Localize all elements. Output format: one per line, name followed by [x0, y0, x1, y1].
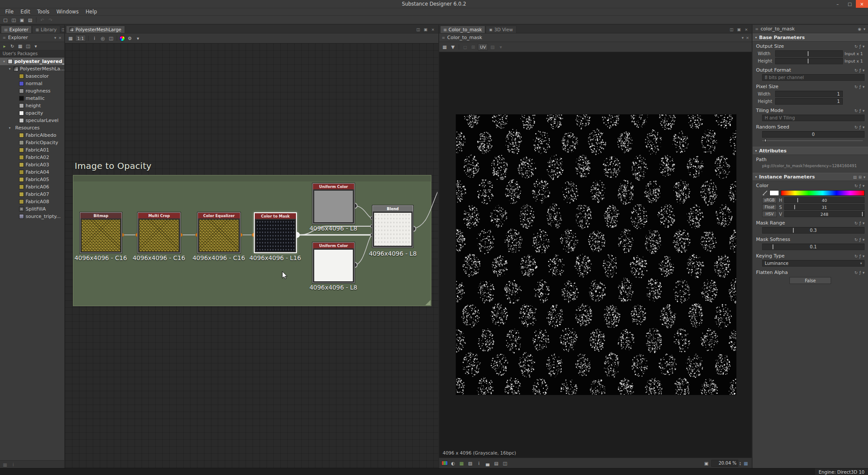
tree-item-fabrica05[interactable]: FabricA05	[0, 176, 64, 183]
tree-item-height[interactable]: height	[0, 102, 64, 109]
menu-file[interactable]: File	[2, 8, 17, 15]
menu-windows[interactable]: Windows	[53, 8, 82, 15]
dropdown-icon[interactable]: ▾	[497, 43, 504, 50]
menu-icon[interactable]: ▾	[742, 36, 744, 40]
info-icon[interactable]: i	[10, 461, 17, 468]
hue-gradient-bar[interactable]	[781, 190, 865, 196]
close-icon[interactable]: ×	[58, 36, 62, 40]
output-width-field[interactable]	[775, 50, 843, 57]
menu-help[interactable]: Help	[82, 8, 100, 15]
graph-node-color-equalizer[interactable]: Color Equalizer	[197, 212, 240, 253]
graph-node-uniform-color-2[interactable]: Uniform Color	[312, 242, 355, 283]
filter-icon[interactable]: ▦	[16, 43, 24, 49]
color-mode-hsv[interactable]: HSV	[762, 211, 777, 217]
function-icon[interactable]: ƒ	[859, 184, 861, 188]
menu-tools[interactable]: Tools	[34, 8, 53, 15]
compare-icon[interactable]: ◫	[501, 460, 509, 467]
histogram-icon[interactable]: ▄	[484, 460, 491, 467]
reset-icon[interactable]: ↻	[855, 238, 858, 242]
expand-arrow-icon[interactable]: ▾	[2, 59, 6, 63]
tree-item-resources[interactable]: ▾Resources	[0, 124, 64, 132]
settings-icon[interactable]: ⚙	[126, 35, 133, 42]
tiling-icon[interactable]: ⊞	[470, 43, 477, 50]
tree-item-fabrica02[interactable]: FabricA02	[0, 154, 64, 161]
output-format-field[interactable]: 8 bits per channel	[762, 74, 865, 81]
tree-item-basecolor[interactable]: basecolor	[0, 73, 64, 80]
color-wheel-icon[interactable]	[119, 36, 125, 41]
mask-softness-field[interactable]: 0.1	[762, 244, 865, 250]
spin-down-icon[interactable]: ▾	[740, 463, 741, 465]
view2d-canvas[interactable]: 4096 x 4096 (Grayscale, 16bpc)	[439, 52, 752, 458]
pixel-grid-icon[interactable]: ▦	[742, 460, 750, 467]
info-icon[interactable]: i	[475, 460, 483, 467]
grid-icon[interactable]: ▦	[458, 460, 465, 467]
reset-icon[interactable]: ↻	[855, 85, 858, 89]
presets-icon[interactable]: ▤	[853, 175, 857, 179]
pixel-width-field[interactable]: 1	[775, 91, 843, 97]
menu-icon[interactable]: ▾	[862, 184, 865, 188]
grid-icon[interactable]: ▦	[441, 43, 448, 50]
menu-icon[interactable]: ▾	[863, 175, 865, 179]
pin-icon[interactable]: ◉	[858, 27, 861, 31]
tree-item-fabrica06[interactable]: FabricA06	[0, 183, 64, 191]
menu-icon[interactable]: ▾	[862, 85, 865, 89]
save-icon[interactable]: ▣	[18, 16, 26, 23]
detach-icon[interactable]: ◫	[61, 27, 65, 32]
tree-item-polyestermeshla[interactable]: ▾PolyesterMeshLa...	[0, 65, 64, 73]
function-icon[interactable]: ƒ	[859, 238, 861, 242]
reset-icon[interactable]: ↻	[855, 125, 858, 129]
function-icon[interactable]: ƒ	[859, 125, 861, 129]
grayscale-icon[interactable]: ◐	[449, 460, 457, 467]
save-all-icon[interactable]: ▤	[26, 16, 34, 23]
new-package-icon[interactable]: □	[2, 16, 9, 23]
channels-icon[interactable]	[441, 461, 448, 465]
reset-icon[interactable]: ↻	[855, 184, 858, 188]
function-icon[interactable]: ƒ	[859, 270, 861, 275]
tiling-mode-field[interactable]: H and V Tiling	[762, 115, 865, 121]
menu-icon[interactable]: ▾	[862, 68, 865, 73]
tree-item-splitfilla[interactable]: SplitFillA	[0, 205, 64, 213]
eyedropper-icon[interactable]	[762, 190, 768, 196]
pixel-height-field[interactable]: 1	[775, 98, 843, 105]
reset-icon[interactable]: ↻	[855, 221, 858, 225]
graph-tab-polyestermeshlarge[interactable]: PolyesterMeshLarge	[66, 26, 125, 33]
tree-item-metallic[interactable]: metallic	[0, 95, 64, 102]
tree-item-polyester-layered[interactable]: ▾polyester_layered_...	[0, 58, 64, 65]
tree-item-fabrica08[interactable]: FabricA08	[0, 198, 64, 205]
menu-icon[interactable]: ▾	[862, 109, 865, 113]
sync-icon[interactable]: ↻	[9, 43, 16, 49]
graph-node-bitmap[interactable]: Bitmap	[80, 212, 122, 253]
mask-range-field[interactable]: 0.3	[762, 227, 865, 234]
zoom-actual-button[interactable]: 1:1	[75, 35, 86, 42]
tree-item-roughness[interactable]: roughness	[0, 87, 64, 95]
section-base-parameters[interactable]: ▾ Base Parameters	[753, 33, 868, 42]
detach-icon[interactable]: ◫	[729, 27, 734, 32]
zoom-field[interactable]: 20.04 %	[711, 460, 738, 467]
reset-icon[interactable]: ↻	[855, 68, 858, 73]
reset-icon[interactable]: ↻	[855, 44, 858, 49]
reset-icon[interactable]: ↻	[855, 254, 858, 258]
graph-node-blend[interactable]: Blend	[372, 205, 413, 247]
minimize-button[interactable]: –	[832, 0, 844, 8]
fit-view-icon[interactable]: ▣	[703, 460, 710, 467]
grid-icon[interactable]: ▦	[67, 35, 74, 42]
hue-field[interactable]: 40	[784, 197, 865, 203]
expand-arrow-icon[interactable]: ▾	[8, 126, 12, 130]
view-tab-3d-view[interactable]: ▣3D View	[486, 26, 516, 33]
menu-icon[interactable]: ▾	[862, 254, 865, 258]
reset-icon[interactable]: ↻	[855, 270, 858, 275]
reset-icon[interactable]: ↻	[855, 109, 858, 113]
color-mode-float[interactable]: Float	[762, 204, 777, 210]
menu-icon[interactable]: ▾	[862, 125, 865, 129]
function-icon[interactable]: ƒ	[859, 85, 861, 89]
output-height-field[interactable]	[775, 58, 843, 64]
tree-item-fabricopacity[interactable]: FabricOpacity	[0, 139, 64, 146]
function-icon[interactable]: ƒ	[859, 254, 861, 258]
tree-item-fabricalbedo[interactable]: FabricAlbedo	[0, 132, 64, 139]
tree-item-fabrica07[interactable]: FabricA07	[0, 191, 64, 198]
menu-icon[interactable]: ▾	[862, 238, 865, 242]
tree-item-fabrica03[interactable]: FabricA03	[0, 161, 64, 168]
keying-type-select[interactable]: Luminance ▾	[762, 260, 865, 267]
float-icon[interactable]: ▣	[423, 27, 428, 32]
menu-icon[interactable]: ▾	[862, 44, 865, 49]
